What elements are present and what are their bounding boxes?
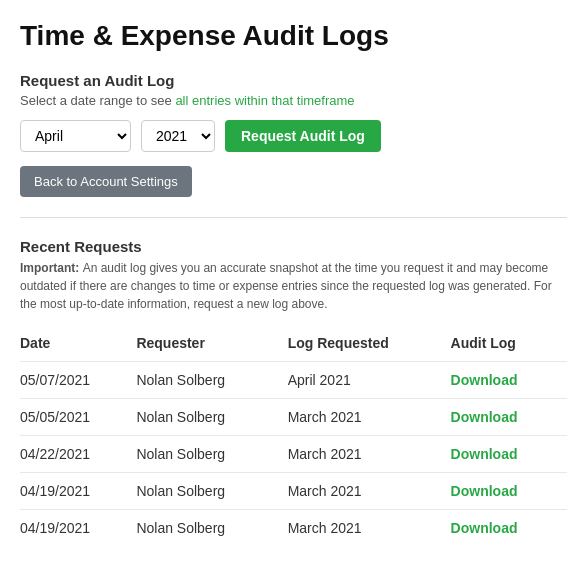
table-row: 05/07/2021Nolan SolbergApril 2021Downloa… xyxy=(20,362,567,399)
recent-requests-table: DateRequesterLog RequestedAudit Log 05/0… xyxy=(20,329,567,546)
table-header-date: Date xyxy=(20,329,136,362)
table-body: 05/07/2021Nolan SolbergApril 2021Downloa… xyxy=(20,362,567,547)
download-link-anchor[interactable]: Download xyxy=(451,446,518,462)
download-link-anchor[interactable]: Download xyxy=(451,409,518,425)
log-requested-cell: March 2021 xyxy=(288,510,451,547)
date-cell: 05/05/2021 xyxy=(20,399,136,436)
month-select[interactable]: JanuaryFebruaryMarchAprilMayJuneJulyAugu… xyxy=(20,120,131,152)
year-select[interactable]: 20192020202120222023 xyxy=(141,120,215,152)
download-link-anchor[interactable]: Download xyxy=(451,483,518,499)
request-audit-log-button[interactable]: Request Audit Log xyxy=(225,120,381,152)
requester-cell: Nolan Solberg xyxy=(136,362,287,399)
page-title: Time & Expense Audit Logs xyxy=(20,20,567,52)
recent-section-title: Recent Requests xyxy=(20,238,567,255)
table-header: DateRequesterLog RequestedAudit Log xyxy=(20,329,567,362)
important-text: An audit log gives you an accurate snaps… xyxy=(20,261,552,311)
date-cell: 04/19/2021 xyxy=(20,510,136,547)
download-link[interactable]: Download xyxy=(451,436,567,473)
table-header-requester: Requester xyxy=(136,329,287,362)
date-cell: 05/07/2021 xyxy=(20,362,136,399)
log-requested-cell: April 2021 xyxy=(288,362,451,399)
requester-cell: Nolan Solberg xyxy=(136,436,287,473)
download-link[interactable]: Download xyxy=(451,362,567,399)
table-header-log-requested: Log Requested xyxy=(288,329,451,362)
date-cell: 04/19/2021 xyxy=(20,473,136,510)
important-label: Important: xyxy=(20,261,83,275)
subtitle-link: all entries within that timeframe xyxy=(175,93,354,108)
date-cell: 04/22/2021 xyxy=(20,436,136,473)
table-row: 05/05/2021Nolan SolbergMarch 2021Downloa… xyxy=(20,399,567,436)
table-header-audit-log: Audit Log xyxy=(451,329,567,362)
table-row: 04/19/2021Nolan SolbergMarch 2021Downloa… xyxy=(20,473,567,510)
controls-row: JanuaryFebruaryMarchAprilMayJuneJulyAugu… xyxy=(20,120,567,152)
request-section-title: Request an Audit Log xyxy=(20,72,567,89)
download-link[interactable]: Download xyxy=(451,473,567,510)
request-subtitle: Select a date range to see all entries w… xyxy=(20,93,567,108)
subtitle-plain: Select a date range to see xyxy=(20,93,175,108)
table-row: 04/22/2021Nolan SolbergMarch 2021Downloa… xyxy=(20,436,567,473)
download-link-anchor[interactable]: Download xyxy=(451,520,518,536)
section-divider xyxy=(20,217,567,218)
recent-section: Recent Requests Important: An audit log … xyxy=(20,238,567,546)
table-header-row: DateRequesterLog RequestedAudit Log xyxy=(20,329,567,362)
download-link[interactable]: Download xyxy=(451,510,567,547)
log-requested-cell: March 2021 xyxy=(288,399,451,436)
download-link[interactable]: Download xyxy=(451,399,567,436)
important-note: Important: An audit log gives you an acc… xyxy=(20,259,567,313)
download-link-anchor[interactable]: Download xyxy=(451,372,518,388)
requester-cell: Nolan Solberg xyxy=(136,510,287,547)
back-to-account-settings-button[interactable]: Back to Account Settings xyxy=(20,166,192,197)
table-row: 04/19/2021Nolan SolbergMarch 2021Downloa… xyxy=(20,510,567,547)
requester-cell: Nolan Solberg xyxy=(136,399,287,436)
request-section: Request an Audit Log Select a date range… xyxy=(20,72,567,197)
requester-cell: Nolan Solberg xyxy=(136,473,287,510)
log-requested-cell: March 2021 xyxy=(288,473,451,510)
log-requested-cell: March 2021 xyxy=(288,436,451,473)
